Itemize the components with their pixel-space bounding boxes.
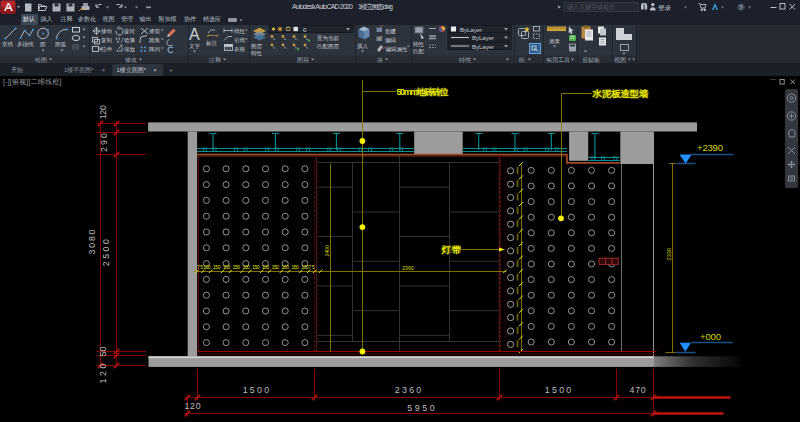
svg-text:Autodesk AutoCAD 2020: Autodesk AutoCAD 2020 bbox=[292, 3, 353, 10]
svg-text:键入关键字或短语: 键入关键字或短语 bbox=[567, 3, 615, 11]
svg-text:2330: 2330 bbox=[666, 248, 672, 260]
svg-text:创建: 创建 bbox=[385, 28, 397, 35]
svg-text:圆弧: 圆弧 bbox=[55, 41, 67, 48]
svg-text:5950: 5950 bbox=[407, 403, 435, 413]
svg-text:直线: 直线 bbox=[2, 41, 14, 47]
svg-text:150: 150 bbox=[252, 265, 260, 270]
svg-text:匹配: 匹配 bbox=[413, 48, 425, 55]
svg-text:剪贴板: 剪贴板 bbox=[582, 56, 600, 63]
svg-text:ByLayer: ByLayer bbox=[460, 27, 482, 33]
svg-text:文字: 文字 bbox=[189, 43, 201, 49]
svg-text:150: 150 bbox=[233, 265, 241, 270]
svg-text:阵列: 阵列 bbox=[149, 46, 161, 52]
svg-text:75: 75 bbox=[309, 265, 315, 270]
svg-text:100: 100 bbox=[203, 265, 211, 270]
svg-text:3080: 3080 bbox=[87, 229, 97, 254]
svg-text:匹配图层: 匹配图层 bbox=[317, 43, 340, 50]
svg-text:1楼立面图.dwg: 1楼立面图.dwg bbox=[358, 3, 393, 11]
svg-text:100: 100 bbox=[282, 265, 290, 270]
svg-text:水泥板造型墙: 水泥板造型墙 bbox=[592, 88, 650, 99]
svg-text:缩放: 缩放 bbox=[124, 46, 136, 53]
svg-text:2400: 2400 bbox=[324, 245, 330, 257]
svg-text:表格: 表格 bbox=[234, 46, 246, 53]
svg-text:100: 100 bbox=[301, 265, 309, 270]
svg-text:150: 150 bbox=[272, 265, 280, 270]
svg-text:?: ? bbox=[739, 4, 743, 11]
svg-text:ByLayer: ByLayer bbox=[472, 35, 494, 41]
svg-text:移动: 移动 bbox=[101, 28, 113, 35]
svg-text:1500: 1500 bbox=[243, 385, 270, 395]
svg-text:2500: 2500 bbox=[102, 239, 112, 266]
svg-text:+000: +000 bbox=[700, 331, 721, 342]
svg-text:特性: 特性 bbox=[251, 50, 263, 57]
svg-text:修剪: 修剪 bbox=[149, 28, 161, 35]
svg-text:视图: 视图 bbox=[614, 56, 626, 63]
svg-text:插入: 插入 bbox=[357, 43, 369, 50]
svg-text:100: 100 bbox=[223, 265, 231, 270]
svg-text:登录: 登录 bbox=[658, 4, 672, 12]
svg-text:标注: 标注 bbox=[205, 40, 218, 47]
svg-text:50mm地砖砖位: 50mm地砖砖位 bbox=[397, 87, 449, 97]
svg-text:引线: 引线 bbox=[234, 37, 246, 44]
svg-text:150: 150 bbox=[291, 265, 299, 270]
svg-text:470: 470 bbox=[630, 385, 646, 395]
svg-text:+2390: +2390 bbox=[697, 142, 723, 153]
svg-text:测量: 测量 bbox=[549, 38, 561, 45]
svg-text:2360: 2360 bbox=[395, 385, 422, 395]
svg-text:1500: 1500 bbox=[545, 385, 572, 395]
svg-text:100: 100 bbox=[242, 265, 250, 270]
svg-text:特性: 特性 bbox=[413, 41, 425, 48]
svg-text:120: 120 bbox=[99, 105, 109, 119]
svg-text:120: 120 bbox=[98, 363, 108, 383]
svg-text:圆角: 圆角 bbox=[149, 37, 160, 44]
svg-text:50: 50 bbox=[98, 347, 108, 357]
svg-text:线性: 线性 bbox=[234, 28, 246, 34]
svg-text:置为当前: 置为当前 bbox=[317, 35, 340, 41]
svg-text:圆: 圆 bbox=[40, 41, 46, 48]
svg-text:编辑: 编辑 bbox=[385, 37, 397, 43]
svg-text:实用工具: 实用工具 bbox=[546, 56, 570, 63]
svg-text:150: 150 bbox=[213, 265, 221, 270]
svg-text:ByLayer: ByLayer bbox=[472, 44, 494, 50]
svg-text:复制: 复制 bbox=[101, 37, 113, 44]
svg-text:2360: 2360 bbox=[402, 265, 414, 271]
svg-text:290: 290 bbox=[99, 133, 109, 152]
svg-text:编辑属性: 编辑属性 bbox=[386, 46, 409, 52]
svg-text:100: 100 bbox=[262, 265, 270, 270]
svg-text:镜像: 镜像 bbox=[123, 37, 136, 44]
svg-text:A: A bbox=[189, 26, 200, 43]
svg-text:拉伸: 拉伸 bbox=[101, 46, 113, 52]
svg-text:旋转: 旋转 bbox=[123, 28, 136, 35]
svg-text:修改: 修改 bbox=[125, 56, 137, 63]
svg-text:120: 120 bbox=[184, 401, 200, 411]
svg-text:注释: 注释 bbox=[209, 56, 221, 63]
svg-text:多段线: 多段线 bbox=[17, 41, 34, 47]
